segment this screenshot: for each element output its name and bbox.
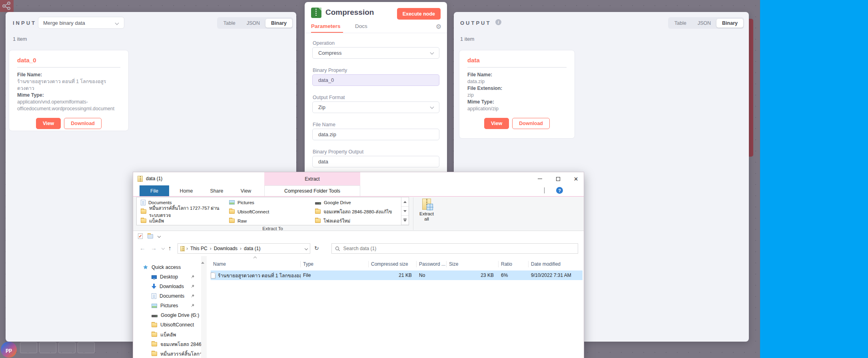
sidebar-item-folder-thai-2[interactable]: หมื่นสวรรค์สิ้นโลกา 172	[133, 349, 201, 358]
folder-icon	[141, 209, 146, 214]
download-button[interactable]: Download	[512, 118, 550, 129]
sidebar-item-downloads[interactable]: Downloads	[133, 282, 201, 291]
gallery-scroll-up[interactable]	[401, 197, 409, 207]
breadcrumb-data-1[interactable]: data (1)	[243, 246, 261, 251]
column-date-modified[interactable]: Date modified	[529, 261, 583, 267]
download-button[interactable]: Download	[64, 118, 102, 129]
extract-dest-folder-2[interactable]: แบ็คอัพ	[138, 216, 225, 225]
sidebar-scrollbar[interactable]	[201, 256, 207, 358]
sidebar-item-folder-thai-1[interactable]: จอมเทพโอสถ 2846-288	[133, 339, 201, 349]
extract-dest-ubisoftconnect[interactable]: UbisoftConnect	[227, 207, 311, 216]
menu-tab-file[interactable]: File	[140, 185, 169, 196]
menu-tab-home[interactable]: Home	[173, 185, 200, 196]
file-row-selected[interactable]: ร้านขายอสูรดวงดาว ตอนที่ 1 โลกของอสูร...…	[211, 270, 583, 280]
sidebar-item-documents[interactable]: Documents	[133, 291, 201, 301]
sidebar-item-backup[interactable]: แบ็คอัพ	[133, 330, 201, 339]
output-tab-json[interactable]: JSON	[692, 19, 716, 28]
extract-dest-pictures[interactable]: Pictures	[227, 198, 311, 207]
pictures-icon	[229, 200, 235, 205]
extract-all-grid-icon	[427, 204, 433, 210]
maximize-button[interactable]	[549, 172, 567, 185]
sidebar-item-desktop[interactable]: Desktop	[133, 272, 201, 282]
execute-node-button[interactable]: Execute node	[397, 8, 441, 20]
column-compressed-size[interactable]: Compressed size	[369, 261, 417, 267]
binary-property-output-input[interactable]: data	[312, 156, 439, 167]
user-avatar[interactable]: pp	[1, 342, 17, 358]
ribbon-collapse-chevron[interactable]	[544, 188, 545, 193]
gallery-more[interactable]	[401, 216, 409, 225]
output-format-select[interactable]: Zip	[312, 101, 439, 113]
column-type[interactable]: Type	[301, 261, 369, 267]
binary-property-input[interactable]: data_0	[312, 74, 439, 86]
extract-to-gallery: Documents หมื่นสวรรค์สิ้นโลกา 1727-757 ผ…	[136, 197, 409, 225]
n8n-logo[interactable]	[0, 0, 14, 12]
address-bar[interactable]: This PC Downloads data (1)	[178, 243, 310, 254]
input-view-tabs: Table JSON Binary	[217, 17, 293, 29]
column-size[interactable]: Size	[447, 261, 499, 267]
sidebar-item-ubisoftconnect[interactable]: UbisoftConnect	[133, 320, 201, 330]
dest-label: จอมเทพโอสถ 2846-2880-ส่งแก้ไข	[323, 208, 392, 215]
qat-properties-icon[interactable]	[138, 233, 143, 239]
sidebar-item-pictures[interactable]: Pictures	[133, 301, 201, 310]
folder-icon	[152, 342, 157, 346]
gallery-scroll-down[interactable]	[401, 207, 409, 216]
column-name[interactable]: Name	[211, 261, 301, 267]
extract-dest-raw[interactable]: Raw	[227, 216, 311, 225]
minimize-button[interactable]	[531, 172, 549, 185]
folder-icon	[315, 219, 321, 223]
qat-customize-chevron[interactable]	[158, 235, 161, 238]
scroll-up-icon	[201, 256, 204, 264]
back-button[interactable]	[140, 245, 146, 251]
refresh-button[interactable]	[314, 245, 319, 251]
output-tab-table[interactable]: Table	[669, 19, 692, 28]
input-run-selector-value: Merge binary data	[43, 20, 85, 26]
search-input[interactable]	[343, 246, 575, 251]
search-box[interactable]	[331, 243, 578, 254]
extract-dest-new-folder[interactable]: โฟลเดอร์ใหม่	[313, 216, 401, 225]
sidebar-item-quick-access[interactable]: Quick access	[133, 263, 201, 272]
view-button[interactable]: View	[484, 118, 509, 129]
window-title: data (1)	[146, 176, 162, 181]
extract-dest-google-drive[interactable]: Google Drive	[313, 198, 401, 207]
extract-all-button[interactable]: Extract all	[415, 197, 438, 231]
canvas-zoom-button-4[interactable]	[78, 342, 95, 353]
input-tab-table[interactable]: Table	[218, 19, 241, 28]
gear-icon[interactable]	[436, 23, 441, 30]
tab-parameters[interactable]: Parameters	[311, 23, 341, 29]
column-password[interactable]: Password ...	[417, 261, 447, 267]
input-tab-json[interactable]: JSON	[241, 19, 265, 28]
file-name-input[interactable]: data.zip	[312, 129, 439, 140]
forward-button[interactable]	[151, 245, 157, 251]
canvas-zoom-button-3[interactable]	[58, 342, 76, 353]
canvas-zoom-button-1[interactable]	[20, 342, 37, 353]
output-items-count: 1 item	[460, 36, 474, 42]
help-button[interactable]	[556, 187, 563, 194]
info-icon[interactable]	[495, 19, 501, 25]
close-button[interactable]	[567, 172, 585, 185]
qat-new-folder-icon[interactable]	[148, 234, 153, 239]
canvas-zoom-button-2[interactable]	[39, 342, 56, 353]
extract-dest-folder-1[interactable]: หมื่นสวรรค์สิ้นโลกา 1727-757 ผ่านระบบตรว…	[138, 207, 225, 216]
breadcrumb-downloads[interactable]: Downloads	[213, 246, 238, 251]
menu-tab-view[interactable]: View	[234, 185, 258, 196]
menu-tab-share[interactable]: Share	[204, 185, 230, 196]
tab-docs[interactable]: Docs	[355, 23, 367, 29]
view-button[interactable]: View	[36, 118, 61, 129]
operation-select[interactable]: Compress	[312, 47, 439, 59]
input-run-selector[interactable]: Merge binary data	[38, 17, 124, 29]
output-tab-binary[interactable]: Binary	[716, 19, 743, 28]
column-ratio[interactable]: Ratio	[499, 261, 529, 267]
contextual-tab-extract[interactable]: Extract	[264, 172, 360, 185]
extract-dest-folder-3[interactable]: จอมเทพโอสถ 2846-2880-ส่งแก้ไข	[313, 207, 401, 216]
sidebar-item-google-drive[interactable]: Google Drive (G:)	[133, 310, 201, 320]
documents-icon	[141, 200, 146, 205]
explorer-titlebar[interactable]: data (1) Extract	[133, 172, 584, 185]
folder-icon	[315, 209, 321, 214]
input-tab-binary[interactable]: Binary	[265, 19, 292, 28]
recent-locations-chevron[interactable]	[162, 247, 165, 250]
up-button[interactable]	[168, 245, 172, 251]
breadcrumb-this-pc[interactable]: This PC	[190, 246, 208, 251]
input-binary-card: data_0 File Name: ร้านขายอสูรดวงดาว ตอนท…	[9, 50, 129, 131]
address-dropdown-chevron[interactable]	[305, 247, 308, 250]
menu-tab-compressed-folder-tools[interactable]: Compressed Folder Tools	[264, 185, 360, 196]
